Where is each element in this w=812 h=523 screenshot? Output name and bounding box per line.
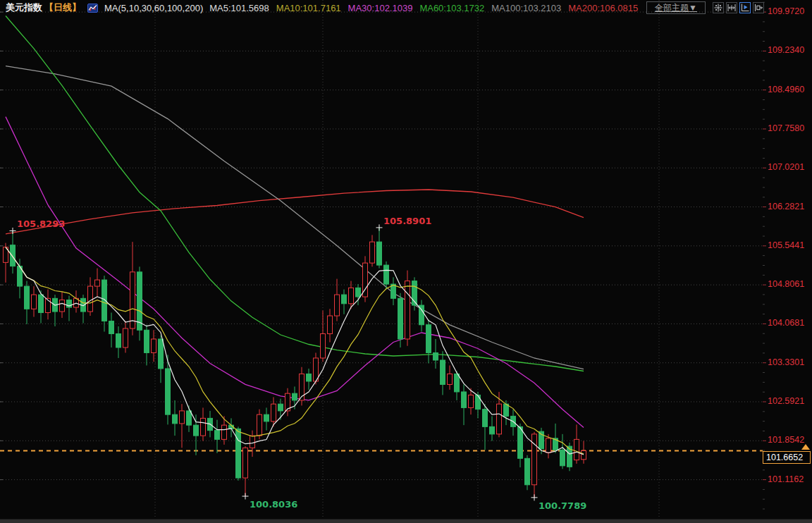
candle-body bbox=[180, 411, 185, 424]
theme-selector-button[interactable]: 全部主题▼ bbox=[646, 1, 706, 14]
candle-body bbox=[222, 425, 227, 439]
candle-body bbox=[236, 429, 241, 478]
candle-body bbox=[116, 334, 121, 347]
candle-body bbox=[405, 281, 410, 339]
candle-body bbox=[462, 392, 467, 407]
ma-value-label: MA200:106.0815 bbox=[568, 3, 638, 13]
candle-body bbox=[546, 438, 551, 453]
price-annotation: 100.8036 bbox=[250, 499, 297, 510]
candle-body bbox=[574, 439, 579, 460]
candle-body bbox=[194, 425, 199, 436]
candle-body bbox=[349, 288, 354, 303]
current-price-arrow-icon bbox=[801, 444, 810, 450]
ma-value-label: MA60:103.1732 bbox=[419, 3, 484, 13]
candle-body bbox=[377, 242, 382, 265]
candle-body bbox=[159, 339, 164, 369]
price-annotation: 105.8293 bbox=[17, 219, 65, 229]
price-annotation: 100.7789 bbox=[539, 500, 586, 511]
ma-values: MA5:101.5698MA10:101.7161MA30:102.1039MA… bbox=[209, 3, 638, 13]
ma-line-ma30 bbox=[6, 117, 584, 428]
fit-width-icon[interactable] bbox=[726, 2, 737, 13]
candle-body bbox=[307, 374, 312, 381]
candle-body bbox=[257, 414, 262, 436]
header-right-group: 全部主题▼ bbox=[646, 1, 764, 14]
kline-chart-icon bbox=[87, 4, 98, 13]
candle-body bbox=[201, 418, 206, 436]
candle-body bbox=[532, 434, 537, 485]
candle-body bbox=[144, 330, 149, 352]
candle-body bbox=[32, 295, 37, 309]
candle-body bbox=[278, 404, 283, 411]
candle-body bbox=[271, 404, 276, 422]
candle-body bbox=[490, 426, 495, 433]
candle-body bbox=[215, 431, 220, 440]
candle-body bbox=[187, 411, 192, 425]
candle-body bbox=[88, 286, 93, 312]
candle-body bbox=[560, 450, 565, 465]
bottom-scrollbar[interactable] bbox=[0, 519, 812, 523]
candle-body bbox=[243, 448, 248, 478]
candle-body bbox=[525, 458, 530, 484]
candle-body bbox=[455, 374, 460, 391]
candle-body bbox=[39, 295, 44, 312]
ma-params-label: MA(5,10,30,60,100,200) bbox=[104, 3, 203, 13]
axis-scale-icon[interactable] bbox=[739, 2, 751, 13]
candle-body bbox=[60, 300, 65, 312]
price-annotation: 105.8901 bbox=[383, 216, 431, 226]
crosshair-icon[interactable] bbox=[713, 2, 724, 13]
candle-body bbox=[130, 272, 135, 328]
candle-body bbox=[497, 404, 502, 434]
candle-body bbox=[109, 321, 114, 334]
candle-body bbox=[476, 395, 481, 409]
candle-body bbox=[342, 295, 347, 304]
candlestick-chart[interactable]: 105.8293105.8901100.8036100.7789 bbox=[0, 0, 812, 523]
candle-body bbox=[483, 410, 488, 427]
shift-right-icon[interactable] bbox=[753, 2, 764, 13]
candle-body bbox=[370, 242, 375, 263]
candle-body bbox=[398, 298, 403, 339]
candle-body bbox=[433, 352, 438, 359]
candle-body bbox=[426, 325, 431, 353]
candle-body bbox=[448, 374, 453, 384]
ma-value-label: MA100:103.2103 bbox=[491, 3, 561, 13]
ma-value-label: MA5:101.5698 bbox=[209, 3, 269, 13]
candle-body bbox=[123, 328, 128, 347]
candle-body bbox=[335, 295, 340, 316]
chart-toolbar bbox=[713, 2, 764, 13]
candle-body bbox=[152, 339, 156, 352]
candle-body bbox=[356, 288, 361, 297]
chart-header: 美元指数 【日线】 MA(5,10,30,60,100,200) MA5:101… bbox=[0, 0, 764, 16]
candle-body bbox=[95, 280, 100, 286]
current-price-tag: 101.6652 bbox=[763, 451, 811, 464]
candle-body bbox=[25, 286, 30, 309]
candle-body bbox=[166, 369, 171, 414]
candle-body bbox=[328, 316, 333, 333]
candle-body bbox=[173, 414, 178, 424]
candle-body bbox=[264, 414, 269, 422]
candle-body bbox=[293, 393, 297, 400]
candle-body bbox=[518, 426, 523, 458]
candle-body bbox=[469, 395, 474, 407]
period-label: 【日线】 bbox=[44, 1, 81, 14]
ma-value-label: MA10:101.7161 bbox=[276, 3, 341, 13]
ma-line-ma60 bbox=[6, 16, 584, 371]
page-title: 美元指数 bbox=[6, 1, 42, 14]
ma-value-label: MA30:102.1039 bbox=[348, 3, 413, 13]
chart-window: 105.8293105.8901100.8036100.7789 美元指数 【日… bbox=[0, 0, 812, 523]
candle-body bbox=[102, 280, 107, 321]
candle-body bbox=[250, 436, 255, 448]
candle-body bbox=[582, 450, 586, 459]
candle-body bbox=[11, 245, 16, 266]
candle-body bbox=[384, 265, 389, 284]
candle-body bbox=[321, 334, 326, 358]
candle-body bbox=[441, 360, 445, 384]
candle-body bbox=[137, 272, 142, 330]
